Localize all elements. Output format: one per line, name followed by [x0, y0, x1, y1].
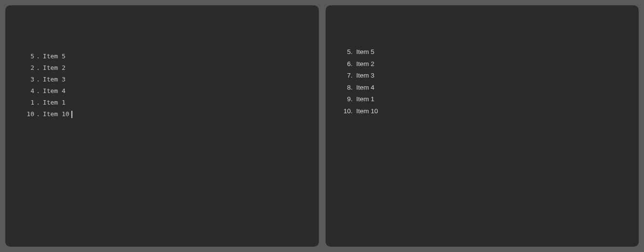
list-item-label: Item 4 — [43, 85, 66, 97]
preview-list-item: Item 2 — [355, 58, 639, 70]
preview-list: Item 5Item 2Item 3Item 4Item 1Item 10 — [326, 5, 639, 117]
preview-list-item: Item 10 — [355, 106, 639, 118]
editor-list-item[interactable]: 10.Item 10 — [20, 108, 319, 120]
text-cursor — [71, 111, 72, 118]
list-item-number: 5 — [20, 51, 34, 62]
list-item-dot: . — [36, 108, 40, 120]
list-item-dot: . — [36, 51, 40, 62]
list-item-label: Item 3 — [43, 74, 66, 85]
preview-panel: Item 5Item 2Item 3Item 4Item 1Item 10 — [326, 5, 639, 247]
editor-list[interactable]: 5.Item 52.Item 23.Item 34.Item 41.Item 1… — [5, 5, 319, 120]
list-item-dot: . — [36, 97, 40, 108]
preview-list-item: Item 3 — [355, 70, 639, 82]
list-item-number: 4 — [20, 85, 34, 97]
list-item-label: Item 2 — [43, 62, 66, 74]
list-item-number: 3 — [20, 74, 34, 85]
list-item-label: Item 10 — [43, 108, 69, 120]
preview-list-item: Item 5 — [355, 46, 639, 58]
list-item-label: Item 5 — [43, 51, 66, 62]
editor-list-item[interactable]: 5.Item 5 — [20, 51, 319, 62]
list-item-dot: . — [36, 85, 40, 97]
preview-list-item: Item 1 — [355, 93, 639, 106]
split-container: 5.Item 52.Item 23.Item 34.Item 41.Item 1… — [0, 0, 644, 252]
list-item-number: 2 — [20, 62, 34, 74]
editor-list-item[interactable]: 3.Item 3 — [20, 74, 319, 85]
editor-list-item[interactable]: 2.Item 2 — [20, 62, 319, 74]
editor-panel[interactable]: 5.Item 52.Item 23.Item 34.Item 41.Item 1… — [5, 5, 319, 247]
editor-list-item[interactable]: 1.Item 1 — [20, 97, 319, 108]
preview-list-item: Item 4 — [355, 82, 639, 94]
list-item-number: 10 — [20, 108, 34, 120]
list-item-label: Item 1 — [43, 97, 66, 108]
list-item-dot: . — [36, 62, 40, 74]
list-item-number: 1 — [20, 97, 34, 108]
list-item-dot: . — [36, 74, 40, 85]
editor-list-item[interactable]: 4.Item 4 — [20, 85, 319, 97]
